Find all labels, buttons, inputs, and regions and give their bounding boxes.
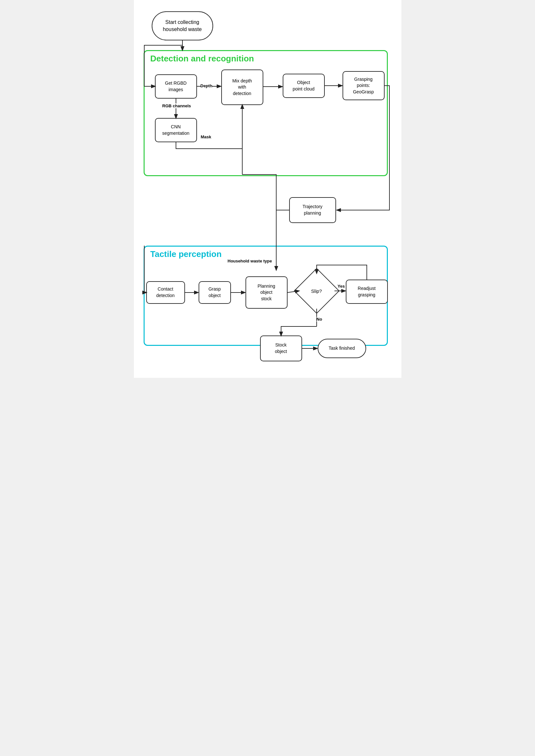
cnn-box: CNN segmentation bbox=[155, 118, 197, 142]
rgb-label: RGB channels bbox=[162, 103, 191, 108]
mix-depth-box: Mix depth with detection bbox=[221, 69, 263, 105]
hw-type-label: Household waste type bbox=[228, 258, 272, 263]
detection-title: Detection and recognition bbox=[151, 54, 254, 64]
start-node: Start collecting household waste bbox=[152, 11, 213, 40]
start-label: Start collecting household waste bbox=[163, 19, 202, 33]
contact-box: Contact detection bbox=[146, 281, 185, 304]
page: Start collecting household waste Detecti… bbox=[134, 0, 401, 378]
task-finished-box: Task finished bbox=[318, 339, 366, 358]
slip-diamond: Slip? bbox=[299, 273, 334, 309]
mask-label: Mask bbox=[201, 134, 211, 139]
no-label: No bbox=[317, 317, 322, 322]
readjust-box: Readjust grasping bbox=[346, 280, 388, 304]
object-cloud-box: Object point cloud bbox=[283, 74, 325, 98]
slip-label: Slip? bbox=[311, 288, 322, 294]
depth-label: Depth bbox=[201, 83, 212, 88]
planning-box: Planning object stock bbox=[245, 276, 288, 309]
yes-label: Yes bbox=[338, 284, 345, 289]
tactile-title: Tactile perception bbox=[151, 249, 222, 259]
grasp-box: Grasp object bbox=[199, 281, 231, 304]
grasping-box: Grasping points: GeoGrasp bbox=[343, 71, 384, 100]
rgbd-box: Get RGBD images bbox=[155, 74, 197, 98]
trajectory-box: Trajectory planning bbox=[289, 197, 336, 223]
detection-section: Detection and recognition bbox=[144, 50, 388, 176]
stock-box: Stock object bbox=[260, 336, 302, 361]
